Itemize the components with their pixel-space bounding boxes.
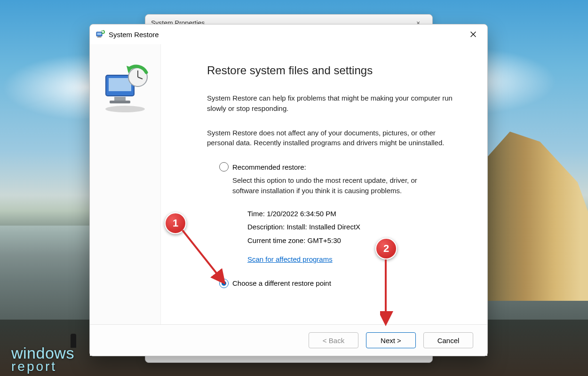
svg-rect-1 (97, 33, 102, 35)
recommended-restore-desc: Select this option to undo the most rece… (232, 175, 430, 196)
svg-rect-3 (97, 37, 102, 38)
restore-artwork-icon (99, 63, 151, 115)
restore-point-details: Time: 1/20/2022 6:34:50 PM Description: … (247, 207, 459, 266)
svg-rect-8 (114, 97, 126, 101)
choose-different-restore-option[interactable]: Choose a different restore point (219, 279, 459, 288)
dialog-content: Restore system files and settings System… (161, 44, 487, 324)
detail-description: Description: Install: Installed DirectX (247, 220, 459, 234)
page-heading: Restore system files and settings (207, 64, 459, 77)
svg-marker-4 (102, 30, 103, 31)
dialog-sidebar (90, 44, 161, 324)
svg-point-5 (105, 106, 145, 112)
recommended-restore-label: Recommended restore: (232, 163, 306, 171)
radio-icon (219, 162, 229, 172)
watermark: windows report (11, 346, 74, 372)
close-button[interactable] (463, 27, 484, 41)
dialog-title: System Restore (109, 31, 159, 39)
recommended-restore-option[interactable]: Recommended restore: (219, 162, 459, 172)
watermark-line1: windows (11, 346, 74, 360)
intro-paragraph-2: System Restore does not affect any of yo… (207, 128, 456, 149)
back-button[interactable]: < Back (309, 332, 358, 348)
svg-rect-2 (98, 36, 101, 37)
intro-paragraph-1: System Restore can help fix problems tha… (207, 93, 456, 114)
svg-rect-9 (110, 101, 130, 103)
choose-different-label: Choose a different restore point (232, 279, 331, 287)
dialog-body: Restore system files and settings System… (90, 44, 487, 324)
scan-affected-programs-link[interactable]: Scan for affected programs (247, 253, 333, 266)
restore-options: Recommended restore: Select this option … (219, 162, 459, 288)
system-restore-dialog: System Restore Restore system file (89, 24, 488, 356)
dialog-footer: < Back Next > Cancel (90, 324, 487, 356)
cancel-button[interactable]: Cancel (423, 332, 473, 348)
close-icon (470, 31, 476, 37)
next-button[interactable]: Next > (366, 332, 416, 348)
dialog-titlebar[interactable]: System Restore (90, 24, 487, 44)
svg-rect-7 (109, 78, 131, 91)
detail-time: Time: 1/20/2022 6:34:50 PM (247, 207, 459, 221)
system-restore-icon (95, 30, 105, 39)
radio-icon (219, 279, 229, 288)
detail-timezone: Current time zone: GMT+5:30 (247, 234, 459, 248)
watermark-line2: report (11, 361, 74, 372)
